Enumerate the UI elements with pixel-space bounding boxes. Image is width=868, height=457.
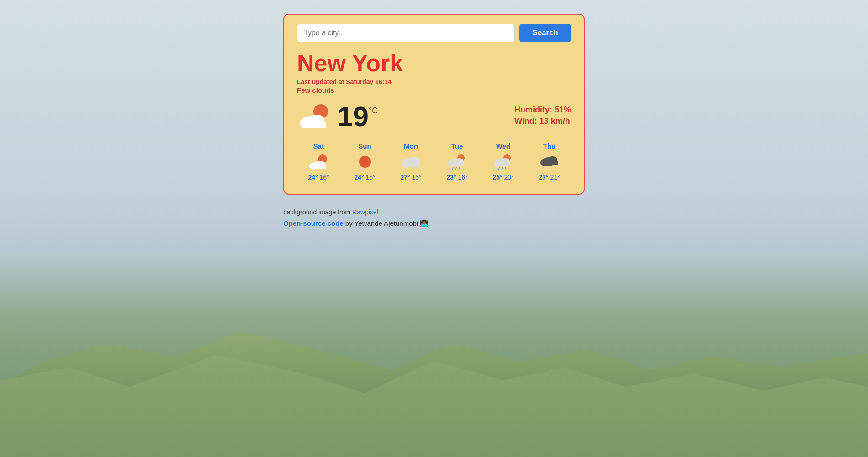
forecast-icon — [400, 153, 422, 171]
city-name: New York — [297, 50, 571, 76]
forecast-day: Mon 27° 15° — [389, 142, 433, 181]
forecast-icon — [308, 153, 330, 171]
weather-card: Search New York Last updated at Saturday… — [283, 14, 585, 195]
forecast-temps: 25° 20° — [492, 174, 513, 181]
forecast-hi: 24° — [308, 174, 318, 181]
page-wrapper: Search New York Last updated at Saturday… — [0, 0, 868, 457]
footer-code-credit: Open-source code by Yewande Ajetunmobi 👩… — [283, 219, 585, 228]
forecast-temps: 27° 21° — [539, 174, 560, 181]
temp-unit: °C — [369, 106, 378, 116]
forecast-lo: 15° — [412, 174, 421, 181]
wind-stat: Wind: 13 km/h — [514, 117, 571, 126]
forecast-day-name: Wed — [496, 142, 510, 150]
svg-line-21 — [455, 167, 456, 170]
forecast-day-name: Sun — [358, 142, 371, 150]
forecast-lo: 16° — [319, 174, 329, 181]
forecast-icon — [446, 153, 468, 171]
forecast-temps: 27° 15° — [400, 174, 421, 181]
forecast-day: Wed 25° 20° — [482, 142, 525, 181]
svg-rect-19 — [449, 162, 464, 166]
humidity-stat: Humidity: 51% — [514, 105, 571, 115]
svg-rect-4 — [302, 122, 326, 128]
svg-rect-34 — [542, 161, 558, 165]
forecast-temps: 23° 16° — [446, 174, 467, 181]
temperature-display: 19 °C — [337, 102, 378, 131]
forecast-hi: 24° — [354, 174, 364, 181]
search-input[interactable] — [297, 24, 515, 42]
search-row: Search — [297, 24, 571, 42]
svg-line-20 — [452, 167, 453, 170]
svg-line-28 — [498, 167, 499, 170]
forecast-hi: 27° — [539, 174, 548, 181]
temp-value: 19 — [337, 102, 369, 131]
forecast-temps: 24° 15° — [354, 174, 375, 181]
last-updated: Last updated at Saturday 16:14 — [297, 78, 571, 85]
forecast-row: Sat 24° 16° Sun 24° 15° — [297, 142, 571, 181]
svg-point-10 — [359, 156, 371, 168]
forecast-day-name: Sat — [313, 142, 324, 150]
svg-line-22 — [459, 167, 460, 170]
current-weather-row: 19 °C Humidity: 51% Wind: 13 km/h — [297, 101, 571, 131]
forecast-icon — [492, 153, 514, 171]
footer-bg-text: background image from — [283, 208, 352, 216]
forecast-hi: 23° — [446, 174, 456, 181]
forecast-day: Sat 24° 16° — [297, 142, 340, 181]
forecast-lo: 15° — [365, 174, 375, 181]
forecast-icon — [354, 153, 376, 171]
forecast-icon — [539, 153, 561, 171]
open-source-link[interactable]: Open-source code — [283, 219, 344, 227]
forecast-lo: 16° — [458, 174, 467, 181]
forecast-lo: 20° — [504, 174, 513, 181]
forecast-day: Sun 24° 15° — [343, 142, 386, 181]
forecast-temps: 24° 16° — [308, 174, 329, 181]
forecast-lo: 21° — [550, 174, 560, 181]
footer-code-text: by Yewande Ajetunmobi 👩🏾‍💻 — [344, 219, 429, 227]
weather-stats: Humidity: 51% Wind: 13 km/h — [514, 105, 571, 128]
svg-rect-27 — [495, 162, 510, 166]
forecast-day-name: Mon — [404, 142, 418, 150]
svg-line-29 — [502, 167, 503, 170]
svg-line-30 — [505, 167, 506, 170]
forecast-hi: 27° — [400, 174, 410, 181]
svg-rect-9 — [311, 165, 326, 169]
current-weather-icon — [297, 101, 333, 131]
forecast-day: Thu 27° 21° — [528, 142, 571, 181]
condition-text: Few clouds — [297, 86, 571, 94]
footer-bg-credit: background image from Rawpixel — [283, 208, 585, 216]
rawpixel-link[interactable]: Rawpixel — [352, 208, 378, 216]
forecast-hi: 25° — [492, 174, 502, 181]
search-button[interactable]: Search — [519, 24, 571, 42]
forecast-day: Tue 23° 16° — [435, 142, 479, 181]
svg-rect-14 — [403, 162, 420, 167]
forecast-day-name: Tue — [451, 142, 463, 150]
forecast-day-name: Thu — [543, 142, 556, 150]
footer: background image from Rawpixel Open-sour… — [283, 208, 585, 228]
